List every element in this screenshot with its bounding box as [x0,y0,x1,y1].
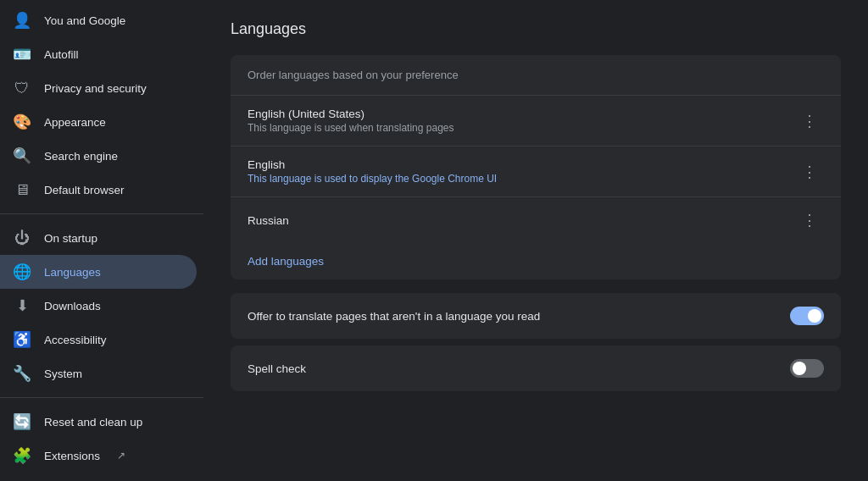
lang-name-2: Russian [248,214,289,227]
languages-card: Order languages based on your preference… [231,55,841,279]
lang-menu-button-2[interactable]: ⋮ [795,209,824,231]
toggle-label-1: Spell check [248,362,306,375]
main-content: Languages Order languages based on your … [203,0,868,481]
sidebar-item-default-browser[interactable]: 🖥Default browser [0,173,197,207]
lang-sub-0: This language is used when translating p… [248,122,454,134]
reset-and-clean-up-icon: 🔄 [14,412,31,431]
sidebar-label-system: System [44,368,82,380]
system-icon: 🔧 [14,364,31,383]
lang-item-1: EnglishThis language is used to display … [231,147,841,197]
privacy-and-security-icon: 🛡 [14,80,31,97]
appearance-icon: 🎨 [14,113,31,131]
sidebar-item-you-and-google[interactable]: 👤You and Google [0,3,197,37]
lang-sub-1: This language is used to display the Goo… [248,173,497,185]
default-browser-icon: 🖥 [14,181,31,199]
lang-name-0: English (United States) [248,108,454,120]
extensions-icon: 🧩 [14,446,31,465]
accessibility-icon: ♿ [14,330,31,349]
sidebar-item-on-startup[interactable]: ⏻On startup [0,221,197,255]
toggle-track-1[interactable] [790,359,824,378]
lang-info-1: EnglishThis language is used to display … [248,158,497,185]
sidebar-label-downloads: Downloads [44,300,101,312]
sidebar-label-privacy-and-security: Privacy and security [44,82,147,95]
lang-item-0: English (United States)This language is … [231,96,841,147]
sidebar-label-reset-and-clean-up: Reset and clean up [44,416,142,428]
toggle-row-1: Spell check [231,346,841,391]
sidebar-label-search-engine: Search engine [44,150,118,163]
sidebar-item-downloads[interactable]: ⬇Downloads [0,289,197,323]
lang-info-0: English (United States)This language is … [248,108,454,134]
sidebar-label-languages: Languages [44,266,101,279]
page-title: Languages [231,20,841,38]
toggle-thumb-0 [808,309,821,323]
toggle-switch-0[interactable] [790,307,824,325]
sidebar-label-default-browser: Default browser [44,184,125,196]
card-header: Order languages based on your preference [231,55,841,96]
sidebar-item-accessibility[interactable]: ♿Accessibility [0,323,197,357]
toggle-track-0[interactable] [790,307,824,325]
sidebar-item-appearance[interactable]: 🎨Appearance [0,105,197,139]
sidebar-label-accessibility: Accessibility [44,334,107,346]
add-languages-button[interactable]: Add languages [231,243,841,279]
sidebar-label-autofill: Autofill [44,48,79,61]
lang-menu-button-0[interactable]: ⋮ [795,110,824,132]
toggle-switch-1[interactable] [790,359,824,378]
downloads-icon: ⬇ [14,296,31,315]
sidebar-item-system[interactable]: 🔧System [0,357,197,390]
sidebar-label-you-and-google: You and Google [44,14,125,27]
on-startup-icon: ⏻ [14,229,31,247]
sidebar-label-on-startup: On startup [44,232,97,245]
external-link-icon: ↗ [117,450,125,462]
lang-name-1: English [248,158,497,171]
sidebar-item-about-chrome[interactable]: ℹAbout Chrome [0,473,197,481]
languages-icon: 🌐 [14,263,31,281]
sidebar-item-extensions[interactable]: 🧩Extensions↗ [0,439,197,473]
sidebar-label-extensions: Extensions [44,450,100,462]
sidebar-item-autofill[interactable]: 🪪Autofill [0,37,197,71]
search-engine-icon: 🔍 [14,147,31,165]
toggle-thumb-1 [793,362,806,375]
toggle-label-0: Offer to translate pages that aren't in … [248,310,540,323]
sidebar-item-search-engine[interactable]: 🔍Search engine [0,139,197,173]
lang-item-2: Russian⋮ [231,197,841,243]
sidebar-item-reset-and-clean-up[interactable]: 🔄Reset and clean up [0,405,197,439]
lang-info-2: Russian [248,214,289,227]
autofill-icon: 🪪 [14,45,31,64]
you-and-google-icon: 👤 [14,11,31,30]
toggle-row-0: Offer to translate pages that aren't in … [231,293,841,339]
lang-menu-button-1[interactable]: ⋮ [795,161,824,183]
sidebar-item-languages[interactable]: 🌐Languages [0,255,197,289]
sidebar: 👤You and Google🪪Autofill🛡Privacy and sec… [0,0,203,481]
sidebar-item-privacy-and-security[interactable]: 🛡Privacy and security [0,71,197,105]
sidebar-label-appearance: Appearance [44,116,106,129]
